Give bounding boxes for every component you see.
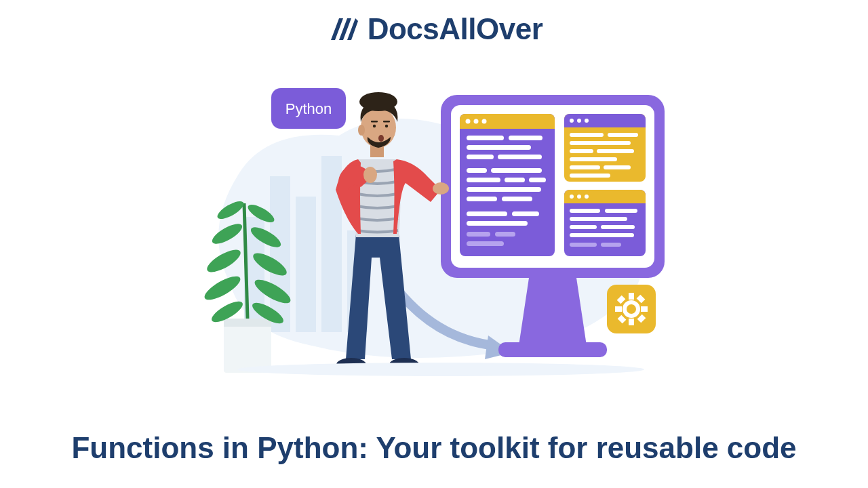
svg-point-79 xyxy=(577,195,581,199)
svg-rect-70 xyxy=(597,149,634,153)
svg-point-65 xyxy=(585,119,589,123)
svg-point-64 xyxy=(577,119,581,123)
python-badge-label: Python xyxy=(285,100,332,117)
svg-rect-25 xyxy=(607,285,656,333)
svg-point-96 xyxy=(358,125,365,136)
svg-rect-37 xyxy=(460,123,555,129)
svg-rect-86 xyxy=(570,233,634,237)
svg-rect-57 xyxy=(467,232,490,237)
svg-rect-27 xyxy=(629,293,634,300)
svg-rect-48 xyxy=(467,178,500,182)
svg-rect-73 xyxy=(604,165,631,169)
svg-rect-69 xyxy=(570,149,593,153)
svg-rect-58 xyxy=(495,232,515,237)
svg-rect-50 xyxy=(529,178,546,182)
svg-point-101 xyxy=(378,135,384,142)
svg-point-39 xyxy=(474,119,479,124)
gear-badge xyxy=(607,285,656,333)
svg-point-38 xyxy=(466,119,471,124)
svg-rect-88 xyxy=(601,243,621,247)
svg-rect-54 xyxy=(467,211,507,216)
svg-rect-100 xyxy=(383,121,390,123)
svg-rect-83 xyxy=(570,217,627,221)
svg-point-91 xyxy=(363,167,377,183)
code-window-bottom-right xyxy=(564,190,646,256)
svg-rect-49 xyxy=(505,178,525,182)
svg-rect-99 xyxy=(371,121,378,123)
svg-rect-5 xyxy=(296,197,316,332)
svg-rect-87 xyxy=(570,243,597,247)
svg-rect-68 xyxy=(570,141,631,145)
svg-point-97 xyxy=(373,125,376,127)
svg-point-98 xyxy=(385,125,388,127)
svg-rect-56 xyxy=(467,221,528,226)
svg-rect-71 xyxy=(570,157,617,161)
code-window-left xyxy=(460,114,555,256)
code-window-top-right xyxy=(564,114,646,182)
svg-rect-45 xyxy=(498,155,542,159)
svg-rect-77 xyxy=(564,198,646,203)
svg-rect-81 xyxy=(570,209,600,213)
svg-rect-51 xyxy=(467,187,541,192)
svg-rect-59 xyxy=(467,241,504,246)
svg-rect-4 xyxy=(270,176,290,332)
svg-point-80 xyxy=(585,195,589,199)
svg-rect-43 xyxy=(467,145,531,150)
svg-rect-30 xyxy=(641,306,648,312)
svg-rect-29 xyxy=(615,306,622,312)
svg-rect-24 xyxy=(498,342,607,357)
svg-point-40 xyxy=(482,119,487,124)
svg-rect-41 xyxy=(467,136,504,140)
page-title: Functions in Python: Your toolkit for re… xyxy=(0,430,868,466)
svg-rect-10 xyxy=(224,319,271,327)
svg-rect-72 xyxy=(570,165,600,169)
svg-rect-42 xyxy=(509,136,542,140)
svg-rect-53 xyxy=(502,197,532,201)
svg-rect-85 xyxy=(601,225,635,229)
svg-rect-55 xyxy=(512,211,539,216)
svg-rect-67 xyxy=(608,133,638,137)
svg-point-78 xyxy=(570,195,574,199)
svg-rect-47 xyxy=(491,168,542,173)
svg-rect-62 xyxy=(564,122,646,127)
svg-point-63 xyxy=(570,119,574,123)
brand-name: DocsAllOver xyxy=(368,12,543,46)
header: DocsAllOver xyxy=(0,0,868,46)
svg-rect-66 xyxy=(570,133,604,137)
svg-rect-44 xyxy=(467,155,494,159)
brand-logo-icon xyxy=(326,13,358,45)
svg-rect-74 xyxy=(570,174,610,178)
svg-rect-82 xyxy=(605,209,637,213)
svg-rect-84 xyxy=(570,225,597,229)
hero-illustration: Python xyxy=(190,54,685,380)
svg-point-92 xyxy=(433,182,449,195)
svg-rect-28 xyxy=(629,319,634,325)
svg-rect-52 xyxy=(467,197,497,201)
python-badge: Python xyxy=(271,88,346,129)
ground-shadow xyxy=(237,363,644,376)
svg-rect-46 xyxy=(467,168,487,173)
svg-point-95 xyxy=(359,92,397,111)
